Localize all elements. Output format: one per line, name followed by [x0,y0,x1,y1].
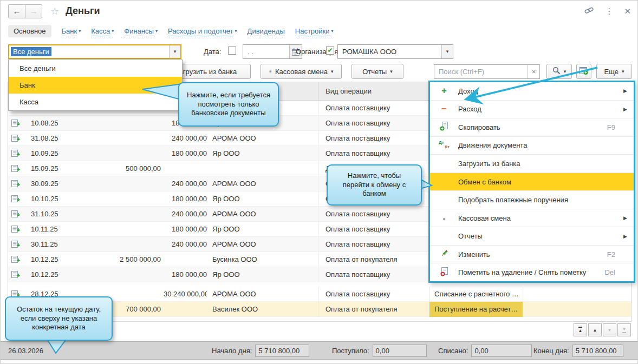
menu-item-shortcut: F9 [607,123,615,131]
cell-expense: 180 000,00 [164,146,207,161]
cell-income [62,207,161,222]
menu-item-shortcut: Del [604,268,615,276]
column-header-operation[interactable]: Вид операции [318,82,372,101]
organization-input[interactable]: ▾ [337,44,453,59]
menu-item-pometit-na-udalenie[interactable]: Пометить на удаление / Снять пометку Del… [430,263,634,281]
chevron-down-icon[interactable]: ▾ [169,45,180,58]
menu-item-zagruzit-iz-banka[interactable]: Загрузить из банка ▶ [430,155,634,173]
menu-item-izmenit[interactable]: Изменить F2 ▶ [430,246,634,264]
cell-expense: 240 000,00 [164,176,207,191]
cell-document: Списание с расчетного … [429,287,523,302]
menu-item-obmen-s-bankom[interactable]: Обмен с банком ▶ [430,173,634,191]
document-state-icon [11,271,20,280]
date-filter-checkbox[interactable] [228,47,236,55]
filter-bar: Все деньги ▾ Дата: . . Организация: ✔ ▾ [1,41,638,61]
more-button[interactable]: Еще▾ [596,64,632,79]
document-state-icon [11,120,20,128]
delete-mark-icon [437,267,452,278]
status-field-label: Списано: [438,347,468,355]
set-period-button[interactable] [576,64,591,79]
tab-label: Расходы и подотчет [168,27,233,36]
kebab-menu-icon[interactable]: ⋮ [605,6,613,16]
document-state-icon [11,165,20,174]
cell-operation: Оплата поставщику [318,101,426,116]
chevron-down-icon: ▾ [235,29,237,34]
tab-bank[interactable]: Банк▾ [62,27,81,35]
money-type-combobox[interactable]: Все деньги ▾ [8,44,181,59]
search-input[interactable] [439,68,528,76]
cell-operation: Оплата поставщику [318,222,426,237]
cell-expense: 180 000,00 [164,191,207,207]
document-state-icon [11,226,20,234]
clear-search-icon[interactable]: × [528,65,539,78]
search-box: × [434,64,540,79]
button-label: Отчеты [362,68,387,76]
menu-item-podobrat-platezhnye-porucheniya[interactable]: Подобрать платежные поручения ▶ [430,191,634,209]
status-field-spisano: Списано: 0,00 [438,345,532,357]
menu-item-kassovaya-smena[interactable]: ● Кассовая смена ▶ [430,209,634,228]
tab-kassa[interactable]: Касса▾ [91,27,114,35]
cell-contractor: Бусинка ООО [212,252,315,267]
tab-dividendy[interactable]: Дивиденды [248,27,285,35]
cell-income [62,116,161,131]
cell-expense: 180 000,00 [164,222,207,237]
scroll-up-button[interactable]: ▲ [588,323,602,336]
tooltip-text: Нажмите, если требуется посмотреть тольк… [184,91,274,118]
submenu-arrow-icon: ▶ [623,107,627,112]
cell-expense: 240 000,00 [164,131,207,146]
chevron-down-icon: ▾ [564,69,567,74]
table-scroll-buttons: ▲ ▲ ▼ ▼ [574,323,631,336]
status-field-nachalo-dnya: Начало дня: 5 710 800,00 [212,345,309,357]
cell-income [62,146,161,161]
cell-contractor: Василек ООО [212,302,315,317]
titlebar-actions: ⋮ ✕ [584,6,631,17]
document-state-icon [11,150,20,158]
cell-contractor: Яр ООО [212,267,315,282]
cell-contractor: Яр ООО [212,222,315,237]
document-state-icon [11,210,20,219]
cell-expense [164,302,207,317]
tab-label: Касса [91,27,110,36]
organization-checkbox[interactable]: ✔ [326,47,334,55]
date-filter-input[interactable]: . . [243,44,302,59]
tab-finansy[interactable]: Финансы▾ [124,27,158,35]
dropdown-item-kassa[interactable]: Касса [9,94,182,110]
menu-item-rashod[interactable]: − Расход ▶ [430,101,634,119]
status-field-value: 5 710 800,00 [572,345,623,357]
back-button[interactable]: ← [8,4,25,18]
search-button[interactable]: ▾ [546,64,572,79]
close-icon[interactable]: ✕ [624,6,631,16]
tab-rashody-i-podotchet[interactable]: Расходы и подотчет▾ [168,27,237,35]
menu-item-label: Пометить на удаление / Снять пометку [458,268,586,276]
cell-expense: 240 000,00 [164,207,207,222]
menu-item-otchety[interactable]: Отчеты ▶ [430,227,634,246]
cell-income [62,267,161,282]
date-filter-label: Дата: [204,48,221,56]
tab-osnovnoe[interactable]: Основное [8,25,51,37]
menu-item-label: Изменить [458,250,490,259]
favorite-star-icon[interactable]: ☆ [50,5,59,17]
dropdown-item-vse-dengi[interactable]: Все деньги [9,60,182,77]
forward-button[interactable]: → [25,4,42,18]
to-top-icon: ▲ [578,327,583,333]
dropdown-item-bank[interactable]: Банк [9,77,182,94]
tab-nastroyki[interactable]: Настройки▾ [295,27,334,35]
scroll-to-top-button[interactable]: ▲ [574,323,587,336]
menu-item-dvizheniya-dokumenta[interactable]: ДтКт Движения документа ▶ [430,137,634,155]
minus-icon: − [437,104,452,115]
submenu-arrow-icon: ▶ [623,215,627,221]
menu-item-label: Обмен с банком [458,178,511,186]
cash-shift-button[interactable]: ●Кассовая смена▾ [261,64,342,79]
cell-operation: Оплата поставщику [318,237,426,252]
link-icon[interactable] [584,6,594,17]
status-field-value: 0,00 [471,345,532,357]
cell-operation: Оплата поставщику [318,267,426,282]
chevron-down-icon[interactable]: ▾ [441,45,453,58]
organization-value[interactable] [342,48,441,56]
menu-item-dohod[interactable]: + Доход ▶ [430,82,634,101]
chevron-down-icon: ▾ [622,69,624,74]
reports-button[interactable]: Отчеты▾ [351,64,403,79]
button-label: Загрузить из банка [175,68,237,76]
menu-item-skopirovat[interactable]: Скопировать F9 ▶ [430,118,634,137]
down-icon: ▼ [608,328,612,333]
